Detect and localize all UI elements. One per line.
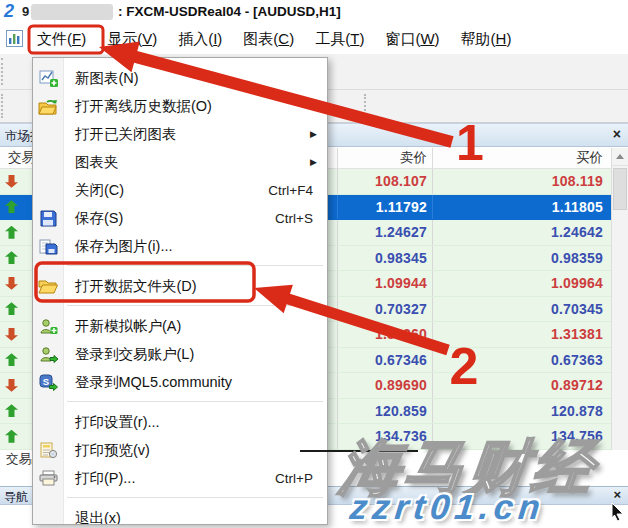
buy-price: 0.98359 bbox=[433, 246, 611, 271]
sell-price: 108.107 bbox=[338, 169, 433, 194]
toolbar-grip[interactable] bbox=[1, 94, 4, 118]
menu-item-label: 登录到交易账户(L) bbox=[75, 345, 194, 364]
toolbar-grip[interactable] bbox=[364, 94, 367, 118]
trend-up-icon bbox=[5, 430, 18, 443]
sell-price: 1.09944 bbox=[338, 271, 433, 296]
menu-item[interactable]: 打开离线历史数据(O) bbox=[33, 92, 327, 120]
trend-up-icon bbox=[5, 251, 18, 264]
trend-down-icon bbox=[5, 277, 18, 290]
toolbar-grip[interactable] bbox=[1, 58, 4, 85]
buy-price: 0.70345 bbox=[433, 297, 611, 322]
menu-item[interactable]: 保存为图片(i)... bbox=[33, 232, 327, 260]
user-plus-icon bbox=[33, 318, 63, 335]
menubar-item-help[interactable]: 帮助(H) bbox=[461, 30, 512, 49]
navigator-title: 导航 bbox=[4, 489, 28, 506]
menu-item-label: 打印(P)... bbox=[75, 469, 135, 488]
menu-item[interactable]: 新图表(N) bbox=[33, 64, 327, 92]
close-icon[interactable]: × bbox=[613, 126, 621, 142]
scrollbar[interactable] bbox=[611, 148, 628, 450]
sell-price: 0.98345 bbox=[338, 246, 433, 271]
sell-column-header[interactable]: 卖价 bbox=[338, 148, 433, 168]
scrollbar-thumb[interactable] bbox=[613, 168, 627, 210]
menu-item-shortcut: Ctrl+S bbox=[275, 211, 313, 226]
menu-item-label: 打开已关闭图表 bbox=[75, 125, 177, 144]
folder-open-icon bbox=[33, 278, 63, 294]
menubar-item-insert[interactable]: 插入(I) bbox=[178, 30, 222, 49]
menu-item-label: 图表夹 bbox=[75, 153, 119, 172]
menu-item[interactable]: 打印(P)...Ctrl+P bbox=[33, 464, 327, 492]
floppy-icon bbox=[33, 210, 63, 227]
menu-separator bbox=[33, 300, 327, 312]
menu-item-label: 关闭(C) bbox=[75, 181, 124, 200]
trend-up-icon bbox=[5, 302, 18, 315]
menu-item-label: 登录到MQL5.community bbox=[75, 373, 232, 392]
menubar-item-file[interactable]: 文件(F) bbox=[37, 30, 86, 49]
redaction-box bbox=[31, 4, 113, 20]
chart-window-icon bbox=[6, 30, 23, 51]
buy-price: 1.09964 bbox=[433, 271, 611, 296]
menu-separator bbox=[33, 492, 327, 504]
sell-price: 1.11792 bbox=[338, 195, 433, 220]
sell-price: 120.859 bbox=[338, 399, 433, 424]
buy-price: 1.11805 bbox=[433, 195, 611, 220]
menubar-item-window[interactable]: 窗口(W) bbox=[385, 30, 439, 49]
menu-separator bbox=[33, 396, 327, 408]
menu-item[interactable]: 退出(x) bbox=[33, 504, 327, 525]
menu-item-label: 打开离线历史数据(O) bbox=[75, 97, 212, 116]
sell-price: 1.31360 bbox=[338, 322, 433, 347]
menu-item-label: 新图表(N) bbox=[75, 69, 139, 88]
floppy-image-icon bbox=[33, 238, 63, 255]
close-icon[interactable]: × bbox=[613, 487, 621, 502]
scroll-up-icon[interactable] bbox=[612, 148, 628, 166]
menu-item-label: 打印预览(v) bbox=[75, 441, 150, 460]
menu-item-label: 保存(S) bbox=[75, 209, 123, 228]
menubar-item-charts[interactable]: 图表(C) bbox=[243, 30, 294, 49]
menubar-item-tools[interactable]: 工具(T) bbox=[315, 30, 364, 49]
buy-price: 0.67363 bbox=[433, 348, 611, 373]
title-bar: 2 9 : FXCM-USDReal04 - [AUDUSD,H1] bbox=[0, 0, 628, 24]
trend-up-icon bbox=[5, 404, 18, 417]
menubar-item-view[interactable]: 显示(V) bbox=[107, 30, 157, 49]
trend-down-icon bbox=[5, 379, 18, 392]
trend-up-icon bbox=[5, 200, 18, 213]
buy-price: 1.24642 bbox=[433, 220, 611, 245]
menu-item-label: 保存为图片(i)... bbox=[75, 237, 172, 256]
menu-item-label: 打印设置(r)... bbox=[75, 413, 160, 432]
menu-item[interactable]: 打印设置(r)... bbox=[33, 408, 327, 436]
menu-item[interactable]: 开新模拟帐户(A) bbox=[33, 312, 327, 340]
sell-price: 0.89690 bbox=[338, 373, 433, 398]
printer-icon bbox=[33, 470, 63, 486]
sell-price: 0.70327 bbox=[338, 297, 433, 322]
menu-item[interactable]: S登录到MQL5.community bbox=[33, 368, 327, 396]
menu-item[interactable]: 打印预览(v) bbox=[33, 436, 327, 464]
folder-history-icon bbox=[33, 98, 63, 115]
buy-price: 108.119 bbox=[433, 169, 611, 194]
menu-item[interactable]: 打开数据文件夹(D) bbox=[33, 272, 327, 300]
menu-item[interactable]: 关闭(C)Ctrl+F4 bbox=[33, 176, 327, 204]
trend-down-icon bbox=[5, 328, 18, 341]
svg-text:S: S bbox=[42, 375, 48, 386]
mt4-logo-icon: 2 bbox=[4, 1, 14, 22]
menu-item-label: 打开数据文件夹(D) bbox=[75, 277, 197, 296]
preview-icon bbox=[33, 442, 63, 459]
menu-item[interactable]: 打开已关闭图表▶ bbox=[33, 120, 327, 148]
buy-column-header[interactable]: 买价 bbox=[433, 148, 611, 168]
mouse-cursor bbox=[610, 502, 626, 526]
menu-bar: 文件(F)显示(V)插入(I)图表(C)工具(T)窗口(W)帮助(H) bbox=[0, 24, 628, 54]
menu-item-shortcut: Ctrl+P bbox=[275, 471, 313, 486]
menu-bar-items: 文件(F)显示(V)插入(I)图表(C)工具(T)窗口(W)帮助(H) bbox=[0, 24, 628, 54]
menu-item[interactable]: 图表夹▶ bbox=[33, 148, 327, 176]
window-title: : FXCM-USDReal04 - [AUDUSD,H1] bbox=[118, 4, 341, 19]
menu-item[interactable]: 登录到交易账户(L) bbox=[33, 340, 327, 368]
menu-item[interactable]: 保存(S)Ctrl+S bbox=[33, 204, 327, 232]
menu-item-shortcut: Ctrl+F4 bbox=[268, 183, 313, 198]
file-menu-dropdown: 新图表(N)打开离线历史数据(O)打开已关闭图表▶图表夹▶关闭(C)Ctrl+F… bbox=[32, 57, 328, 525]
submenu-arrow-icon: ▶ bbox=[310, 157, 317, 167]
sell-price: 0.67346 bbox=[338, 348, 433, 373]
mt4-window: 2 9 : FXCM-USDReal04 - [AUDUSD,H1] 文件(F)… bbox=[0, 0, 628, 528]
buy-price: 0.89712 bbox=[433, 373, 611, 398]
mql5-icon: S bbox=[33, 374, 63, 391]
chart-plus-icon bbox=[33, 69, 63, 88]
menu-item-label: 退出(x) bbox=[75, 509, 121, 526]
user-login-icon bbox=[33, 346, 63, 363]
